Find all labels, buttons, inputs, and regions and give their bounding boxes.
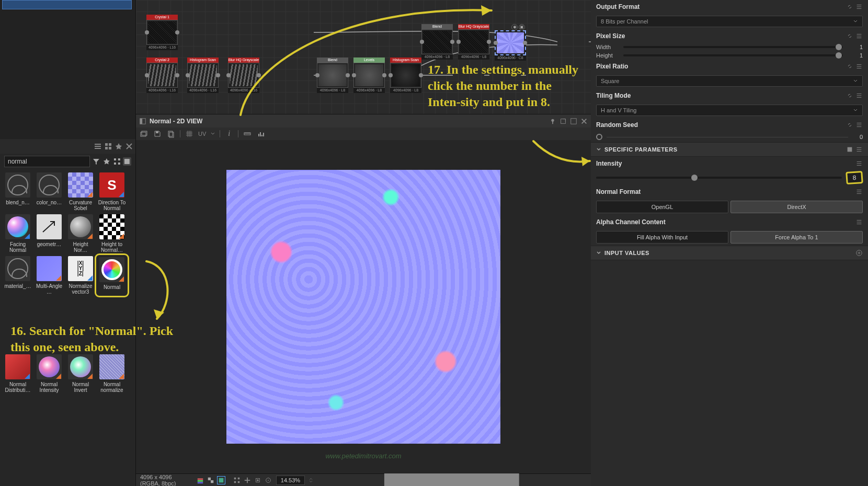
pin-icon[interactable] (115, 142, 123, 151)
grid-snap-icon[interactable] (233, 477, 241, 484)
channel-stack-icon[interactable] (197, 477, 204, 484)
input-port[interactable] (145, 30, 149, 34)
node-levels[interactable]: Levels4096x4096 · L8 (353, 57, 385, 93)
directx-button[interactable]: DirectX (730, 201, 863, 213)
preview-icon[interactable]: ▣ (519, 24, 525, 30)
node-normal[interactable]: ◉▣4096x4096 · C8 (495, 24, 526, 61)
pin-icon[interactable] (549, 118, 556, 125)
library-item-blend-n-[interactable]: blend_n… (3, 172, 32, 211)
link-icon[interactable] (846, 63, 853, 70)
specific-parameters-header[interactable]: SPECIFIC PARAMETERS (591, 142, 868, 157)
grid-view-icon[interactable] (104, 142, 112, 151)
library-item-color-no-[interactable]: color_no… (35, 172, 64, 211)
canvas-area[interactable]: www.petedimitrovart.com (136, 140, 591, 473)
star-icon[interactable] (102, 157, 111, 166)
preset-icon[interactable] (846, 146, 853, 153)
input-port[interactable] (145, 73, 149, 77)
output-port[interactable] (523, 41, 527, 45)
library-item-normal-distributi-[interactable]: Normal Distributi… (3, 354, 32, 393)
transparency-icon[interactable] (207, 477, 214, 484)
output-port[interactable] (419, 73, 423, 77)
height-value[interactable]: 1 (847, 52, 863, 59)
node-crystal2[interactable]: Crystal 24096x4096 · L16 (146, 57, 178, 93)
pin-icon[interactable]: ◉ (511, 24, 518, 30)
menu-icon[interactable] (855, 32, 863, 40)
pixel-ratio-select[interactable]: Square (596, 75, 863, 87)
output-port[interactable] (346, 73, 350, 77)
histogram-icon[interactable] (256, 129, 266, 138)
link-icon[interactable] (846, 121, 853, 129)
node-crystal1[interactable]: Crystal 14096x4096 · L16 (146, 15, 178, 50)
library-item-facing-normal[interactable]: Facing Normal (3, 214, 32, 253)
force-alpha-button[interactable]: Force Alpha To 1 (730, 231, 863, 244)
node-hist[interactable]: Histogram Scan4096x4096 · L16 (187, 57, 219, 93)
ruler-icon[interactable] (243, 129, 252, 138)
popout-icon[interactable] (559, 118, 567, 125)
close-icon[interactable] (580, 118, 588, 125)
output-port[interactable] (216, 73, 220, 77)
input-port[interactable] (315, 73, 319, 77)
save-icon[interactable] (153, 129, 162, 138)
fit-icon[interactable] (244, 477, 251, 484)
output-port[interactable] (175, 30, 179, 34)
menu-icon[interactable] (855, 92, 863, 99)
explorer-tree[interactable] (0, 0, 135, 139)
output-port[interactable] (175, 73, 179, 77)
fill-alpha-button[interactable]: Fill Alpha With Input (596, 231, 728, 244)
intensity-slider[interactable] (596, 177, 842, 179)
center-icon[interactable] (254, 477, 261, 484)
output-port[interactable] (450, 40, 454, 44)
width-slider[interactable] (623, 46, 843, 48)
output-port[interactable] (382, 73, 386, 77)
library-item-normal-invert[interactable]: Normal Invert (66, 354, 95, 393)
uv-label[interactable]: UV (198, 131, 206, 137)
node-blur1[interactable]: Blur HQ Grayscale4096x4096 · L16 (228, 57, 259, 93)
output-port[interactable] (487, 40, 491, 44)
opengl-button[interactable]: OpenGL (596, 201, 728, 213)
library-item-normal[interactable]: Normal (97, 256, 127, 295)
library-item-height-nor-[interactable]: Height Nor… (66, 214, 95, 253)
menu-icon[interactable] (855, 3, 863, 10)
node-blend2[interactable]: Blend4096x4096 · L8 (421, 24, 453, 60)
filter-icon[interactable] (92, 157, 100, 166)
node-blur2[interactable]: Blur HQ Grayscale4096x4096 · L8 (458, 24, 489, 60)
intensity-value[interactable]: 8 (846, 171, 863, 184)
menu-icon[interactable] (855, 146, 863, 153)
large-grid-icon[interactable] (123, 157, 131, 166)
zoom-stepper-icon[interactable] (309, 476, 313, 484)
library-item-curvature-sobel[interactable]: Curvature Sobel (66, 172, 95, 211)
input-port[interactable] (352, 73, 356, 77)
grid-toggle-icon[interactable] (185, 129, 194, 138)
menu-icon[interactable] (855, 188, 863, 195)
menu-icon[interactable] (855, 63, 863, 70)
tree-selected-item[interactable] (2, 0, 132, 9)
input-port[interactable] (389, 73, 393, 77)
library-item-geometr-[interactable]: geometr… (35, 214, 64, 253)
menu-icon[interactable] (855, 218, 863, 226)
menu-icon[interactable] (855, 160, 863, 167)
input-port[interactable] (456, 40, 461, 44)
node-hist2[interactable]: Histogram Scan4096x4096 · L8 (390, 57, 421, 93)
input-values-header[interactable]: INPUT VALUES (591, 246, 868, 260)
link-icon[interactable] (846, 3, 853, 10)
output-format-select[interactable]: 8 Bits per Channel (596, 16, 863, 27)
library-item-direction-to-normal[interactable]: SDirection To Normal (97, 172, 127, 211)
node-graph[interactable]: Crystal 14096x4096 · L16Crystal 24096x40… (136, 0, 591, 114)
chevron-down-icon[interactable] (210, 131, 215, 136)
add-icon[interactable] (855, 249, 863, 257)
library-item-height-to-normal-[interactable]: Height to Normal… (97, 214, 127, 253)
menu-icon[interactable] (855, 121, 863, 129)
view-mode-icon[interactable] (218, 477, 225, 484)
small-grid-icon[interactable] (113, 157, 121, 166)
library-item-normal-intensity[interactable]: Normal Intensity (35, 354, 64, 393)
layers-icon[interactable] (139, 129, 149, 138)
output-port[interactable] (257, 73, 261, 77)
random-seed-button[interactable] (596, 134, 602, 140)
close-icon[interactable] (125, 142, 133, 151)
target-icon[interactable] (265, 477, 272, 484)
input-port[interactable] (186, 73, 190, 77)
zoom-value[interactable]: 14.53% (276, 476, 305, 485)
input-port[interactable] (420, 40, 424, 44)
maximize-icon[interactable] (570, 118, 577, 125)
info-icon[interactable]: i (224, 129, 234, 138)
